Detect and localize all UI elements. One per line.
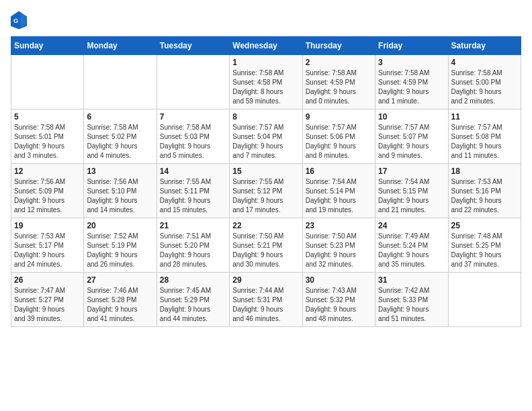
calendar-cell: 3Sunrise: 7:58 AM Sunset: 4:59 PM Daylig…: [375, 55, 448, 109]
calendar-cell: 2Sunrise: 7:58 AM Sunset: 4:59 PM Daylig…: [302, 55, 375, 109]
calendar-cell: 24Sunrise: 7:49 AM Sunset: 5:24 PM Dayli…: [375, 218, 448, 273]
day-number: 3: [378, 58, 445, 67]
calendar-cell: 18Sunrise: 7:53 AM Sunset: 5:16 PM Dayli…: [448, 164, 521, 218]
day-number: 20: [87, 221, 153, 230]
day-info: Sunrise: 7:50 AM Sunset: 5:23 PM Dayligh…: [306, 232, 372, 269]
day-number: 9: [306, 112, 372, 122]
calendar-cell: 5Sunrise: 7:58 AM Sunset: 5:01 PM Daylig…: [11, 109, 84, 164]
calendar-cell: 28Sunrise: 7:45 AM Sunset: 5:29 PM Dayli…: [157, 273, 229, 327]
calendar-cell: 19Sunrise: 7:53 AM Sunset: 5:17 PM Dayli…: [11, 218, 84, 273]
day-number: 21: [160, 221, 226, 230]
day-info: Sunrise: 7:44 AM Sunset: 5:31 PM Dayligh…: [232, 286, 299, 324]
calendar-cell: 7Sunrise: 7:58 AM Sunset: 5:03 PM Daylig…: [157, 109, 229, 164]
weekday-header: Wednesday: [230, 37, 302, 55]
day-info: Sunrise: 7:55 AM Sunset: 5:11 PM Dayligh…: [160, 177, 226, 215]
calendar-table: SundayMondayTuesdayWednesdayThursdayFrid…: [11, 36, 521, 327]
day-info: Sunrise: 7:53 AM Sunset: 5:17 PM Dayligh…: [14, 232, 81, 269]
weekday-header: Friday: [375, 37, 448, 55]
calendar-cell: 9Sunrise: 7:57 AM Sunset: 5:06 PM Daylig…: [302, 109, 375, 164]
day-info: Sunrise: 7:46 AM Sunset: 5:28 PM Dayligh…: [87, 286, 153, 324]
calendar-week-row: 5Sunrise: 7:58 AM Sunset: 5:01 PM Daylig…: [11, 109, 521, 164]
day-number: 31: [378, 275, 445, 285]
calendar-cell: 30Sunrise: 7:43 AM Sunset: 5:32 PM Dayli…: [302, 273, 375, 327]
calendar-cell: 25Sunrise: 7:48 AM Sunset: 5:25 PM Dayli…: [448, 218, 521, 273]
weekday-header: Tuesday: [157, 37, 229, 55]
day-number: 16: [306, 167, 372, 176]
day-number: 10: [378, 112, 445, 122]
day-info: Sunrise: 7:52 AM Sunset: 5:19 PM Dayligh…: [87, 232, 153, 269]
day-info: Sunrise: 7:50 AM Sunset: 5:21 PM Dayligh…: [232, 232, 299, 269]
calendar-cell: 27Sunrise: 7:46 AM Sunset: 5:28 PM Dayli…: [84, 273, 157, 327]
day-number: 29: [232, 275, 299, 285]
calendar-cell: 29Sunrise: 7:44 AM Sunset: 5:31 PM Dayli…: [230, 273, 302, 327]
day-info: Sunrise: 7:43 AM Sunset: 5:32 PM Dayligh…: [306, 286, 372, 324]
weekday-header: Sunday: [11, 37, 84, 55]
calendar-week-row: 26Sunrise: 7:47 AM Sunset: 5:27 PM Dayli…: [11, 273, 521, 327]
weekday-header: Monday: [84, 37, 157, 55]
day-number: 27: [87, 275, 153, 285]
calendar-cell: 22Sunrise: 7:50 AM Sunset: 5:21 PM Dayli…: [230, 218, 302, 273]
day-info: Sunrise: 7:57 AM Sunset: 5:06 PM Dayligh…: [306, 123, 372, 161]
weekday-header: Thursday: [302, 37, 375, 55]
day-number: 2: [306, 58, 372, 67]
day-number: 17: [378, 167, 445, 176]
page-container: G SundayMondayTuesdayWednesdayThursdayFr…: [0, 0, 532, 332]
logo: G: [11, 11, 30, 30]
day-info: Sunrise: 7:58 AM Sunset: 4:59 PM Dayligh…: [378, 68, 445, 106]
day-info: Sunrise: 7:54 AM Sunset: 5:14 PM Dayligh…: [306, 177, 372, 215]
calendar-week-row: 12Sunrise: 7:56 AM Sunset: 5:09 PM Dayli…: [11, 164, 521, 218]
calendar-cell: 23Sunrise: 7:50 AM Sunset: 5:23 PM Dayli…: [302, 218, 375, 273]
day-number: 12: [14, 167, 81, 176]
day-number: 4: [451, 58, 518, 67]
day-info: Sunrise: 7:45 AM Sunset: 5:29 PM Dayligh…: [160, 286, 226, 324]
day-number: 15: [232, 167, 299, 176]
day-info: Sunrise: 7:58 AM Sunset: 5:00 PM Dayligh…: [451, 68, 518, 106]
calendar-cell: 1Sunrise: 7:58 AM Sunset: 4:58 PM Daylig…: [230, 55, 302, 109]
calendar-cell: [84, 55, 157, 109]
day-info: Sunrise: 7:51 AM Sunset: 5:20 PM Dayligh…: [160, 232, 226, 269]
day-number: 30: [306, 275, 372, 285]
day-number: 24: [378, 221, 445, 230]
day-number: 25: [451, 221, 518, 230]
day-info: Sunrise: 7:57 AM Sunset: 5:08 PM Dayligh…: [451, 123, 518, 161]
calendar-cell: 4Sunrise: 7:58 AM Sunset: 5:00 PM Daylig…: [448, 55, 521, 109]
day-info: Sunrise: 7:58 AM Sunset: 4:59 PM Dayligh…: [306, 68, 372, 106]
day-number: 1: [232, 58, 299, 67]
calendar-cell: [11, 55, 84, 109]
day-number: 13: [87, 167, 153, 176]
day-number: 22: [232, 221, 299, 230]
day-info: Sunrise: 7:57 AM Sunset: 5:07 PM Dayligh…: [378, 123, 445, 161]
calendar-cell: 20Sunrise: 7:52 AM Sunset: 5:19 PM Dayli…: [84, 218, 157, 273]
day-number: 28: [160, 275, 226, 285]
calendar-cell: [448, 273, 521, 327]
day-info: Sunrise: 7:58 AM Sunset: 4:58 PM Dayligh…: [232, 68, 299, 106]
day-info: Sunrise: 7:56 AM Sunset: 5:09 PM Dayligh…: [14, 177, 81, 215]
calendar-week-row: 19Sunrise: 7:53 AM Sunset: 5:17 PM Dayli…: [11, 218, 521, 273]
calendar-week-row: 1Sunrise: 7:58 AM Sunset: 4:58 PM Daylig…: [11, 55, 521, 109]
day-info: Sunrise: 7:58 AM Sunset: 5:02 PM Dayligh…: [87, 123, 153, 161]
day-info: Sunrise: 7:54 AM Sunset: 5:15 PM Dayligh…: [378, 177, 445, 215]
day-info: Sunrise: 7:57 AM Sunset: 5:04 PM Dayligh…: [232, 123, 299, 161]
calendar-cell: 15Sunrise: 7:55 AM Sunset: 5:12 PM Dayli…: [230, 164, 302, 218]
day-number: 7: [160, 112, 226, 122]
day-info: Sunrise: 7:49 AM Sunset: 5:24 PM Dayligh…: [378, 232, 445, 269]
day-info: Sunrise: 7:55 AM Sunset: 5:12 PM Dayligh…: [232, 177, 299, 215]
day-info: Sunrise: 7:58 AM Sunset: 5:01 PM Dayligh…: [14, 123, 81, 161]
day-info: Sunrise: 7:56 AM Sunset: 5:10 PM Dayligh…: [87, 177, 153, 215]
calendar-cell: 21Sunrise: 7:51 AM Sunset: 5:20 PM Dayli…: [157, 218, 229, 273]
day-number: 26: [14, 275, 81, 285]
logo-icon: G: [11, 11, 27, 30]
day-number: 5: [14, 112, 81, 122]
day-number: 19: [14, 221, 81, 230]
day-info: Sunrise: 7:48 AM Sunset: 5:25 PM Dayligh…: [451, 232, 518, 269]
calendar-cell: 31Sunrise: 7:42 AM Sunset: 5:33 PM Dayli…: [375, 273, 448, 327]
calendar-cell: [157, 55, 229, 109]
calendar-cell: 6Sunrise: 7:58 AM Sunset: 5:02 PM Daylig…: [84, 109, 157, 164]
day-info: Sunrise: 7:42 AM Sunset: 5:33 PM Dayligh…: [378, 286, 445, 324]
calendar-cell: 12Sunrise: 7:56 AM Sunset: 5:09 PM Dayli…: [11, 164, 84, 218]
calendar-cell: 10Sunrise: 7:57 AM Sunset: 5:07 PM Dayli…: [375, 109, 448, 164]
day-info: Sunrise: 7:58 AM Sunset: 5:03 PM Dayligh…: [160, 123, 226, 161]
weekday-header-row: SundayMondayTuesdayWednesdayThursdayFrid…: [11, 37, 521, 55]
calendar-cell: 17Sunrise: 7:54 AM Sunset: 5:15 PM Dayli…: [375, 164, 448, 218]
day-number: 18: [451, 167, 518, 176]
